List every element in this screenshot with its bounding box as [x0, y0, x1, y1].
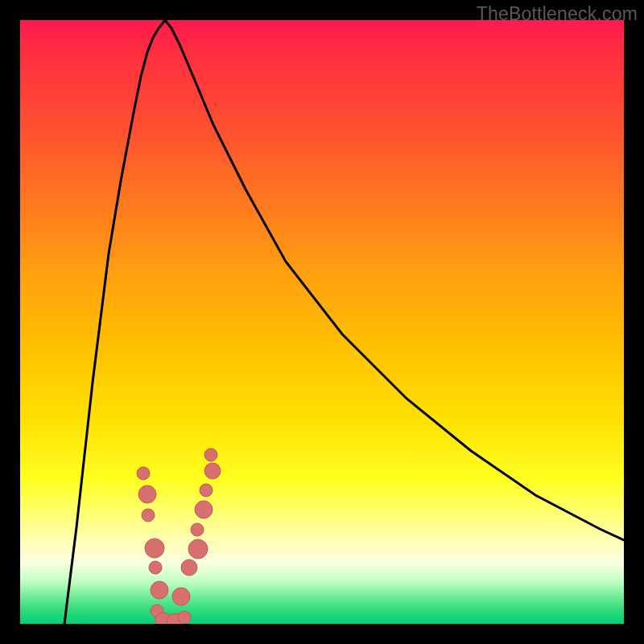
marker-dot [151, 581, 168, 599]
marker-dot [178, 611, 191, 624]
marker-dot [142, 509, 155, 522]
series-left-curve [64, 20, 165, 624]
marker-dot [195, 501, 213, 518]
chart-svg [20, 20, 624, 624]
plot-area [20, 20, 624, 624]
marker-dot [149, 561, 162, 574]
marker-dot [172, 588, 190, 605]
marker-dot [188, 539, 208, 559]
watermark-text: TheBottleneck.com [477, 3, 638, 25]
marker-dot [138, 485, 156, 503]
data-markers [137, 448, 221, 624]
curve-lines [64, 20, 624, 624]
marker-dot [181, 559, 197, 576]
series-right-curve [165, 20, 624, 540]
marker-dot [145, 539, 164, 558]
marker-dot [204, 448, 217, 461]
marker-dot [191, 523, 204, 536]
marker-dot [137, 467, 150, 480]
marker-dot [204, 463, 221, 479]
chart-frame: TheBottleneck.com [0, 0, 644, 644]
marker-dot [200, 484, 213, 497]
